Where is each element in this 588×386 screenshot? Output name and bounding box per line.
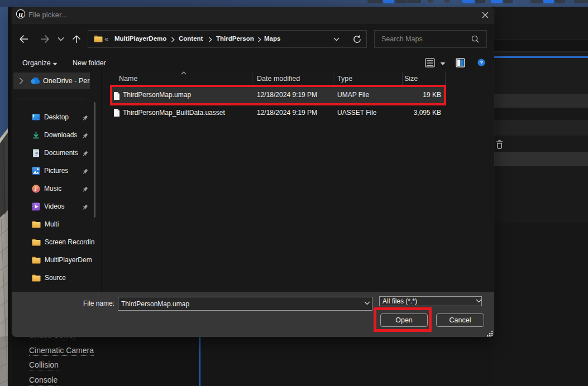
- svg-text:?: ?: [480, 59, 483, 65]
- svg-text:u: u: [18, 10, 23, 18]
